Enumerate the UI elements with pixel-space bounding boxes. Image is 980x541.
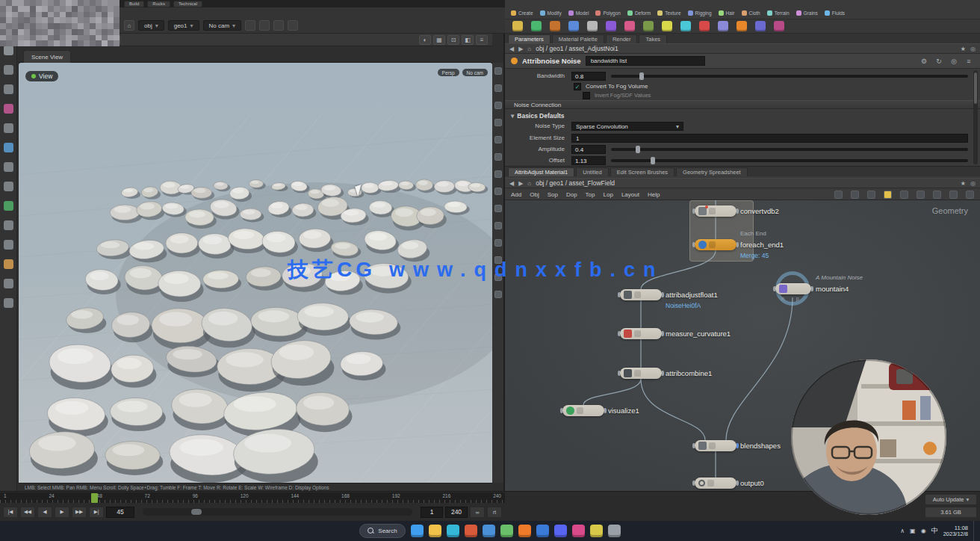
sculpt-rail-icon[interactable] <box>4 123 13 133</box>
fluids-rail-icon[interactable] <box>4 201 13 211</box>
breadcrumb[interactable]: obj / geo1 / asset_FlowField <box>536 179 956 187</box>
network-icon[interactable]: ▣ <box>910 528 916 534</box>
node-mountain4[interactable]: A Mountain Noise mountain4 n p <box>775 283 811 294</box>
pane-tab[interactable]: Material Palette <box>552 34 604 43</box>
playbar-handle[interactable] <box>191 509 202 515</box>
playhead[interactable] <box>91 493 98 503</box>
taskbar-photos-icon[interactable] <box>500 525 513 537</box>
find-node-icon[interactable] <box>949 191 958 199</box>
show-desktop-button[interactable] <box>973 521 976 541</box>
shelf-tab[interactable]: Rigging <box>688 10 712 16</box>
node-convertvdb2[interactable]: convertvdb2 <box>695 205 736 217</box>
param-value-field[interactable]: 0.8 <box>571 72 606 81</box>
back-icon[interactable] <box>509 180 514 187</box>
home-icon[interactable] <box>124 20 134 31</box>
noise-type-dropdown[interactable]: Sparse Convolution <box>571 122 683 131</box>
recook-icon[interactable] <box>934 58 944 65</box>
box-tool-icon[interactable] <box>512 21 523 31</box>
ipr-icon[interactable] <box>273 20 284 31</box>
network-menu-item[interactable]: Help <box>648 191 660 198</box>
netbox-icon[interactable] <box>867 191 875 199</box>
pane-tab[interactable]: Takes <box>639 34 667 43</box>
node-name-field[interactable]: bandwidth list <box>586 56 705 66</box>
taskbar-media-icon[interactable] <box>572 525 585 537</box>
shelf-tab[interactable]: Model <box>568 10 589 16</box>
taskbar-code-icon[interactable] <box>536 525 549 537</box>
taskbar-explorer-icon[interactable] <box>429 525 441 537</box>
taskbar-chat-icon[interactable] <box>554 525 567 537</box>
ime-indicator[interactable]: 中 <box>931 526 938 536</box>
terrain-rail-icon[interactable] <box>4 143 13 152</box>
taskbar-notes-icon[interactable] <box>590 525 603 537</box>
network-settings-icon[interactable] <box>966 191 974 199</box>
wireframe-mode-icon[interactable] <box>494 170 502 178</box>
node-attribadjustfloat1[interactable]: attribadjustfloat1 NoiseHei0fA <box>620 289 662 300</box>
current-frame-field[interactable]: 45 <box>106 507 134 518</box>
realtime-toggle-icon[interactable]: rt <box>487 507 502 518</box>
render-icon[interactable] <box>259 20 270 31</box>
gear-icon[interactable] <box>919 58 929 65</box>
persp-badge[interactable]: Persp <box>438 69 459 76</box>
taskbar-clock[interactable]: 11:08 2023/12/8 <box>943 525 968 537</box>
grid-toggle-icon[interactable]: ▦ <box>433 35 445 45</box>
crowds-rail-icon[interactable] <box>4 259 13 269</box>
pyro-rail-icon[interactable] <box>4 220 13 230</box>
flipbook-icon[interactable] <box>288 20 298 31</box>
scatter-tool-icon[interactable] <box>680 21 691 31</box>
shelf-tab[interactable]: Fluids <box>825 10 845 16</box>
pane-tab[interactable]: Render <box>606 34 638 43</box>
context-chip-geo[interactable]: geo1 <box>168 20 199 31</box>
network-overview-icon[interactable] <box>834 191 843 199</box>
taskbar-edge-icon[interactable] <box>447 525 459 537</box>
node-output0[interactable]: output0 <box>695 477 736 489</box>
param-value-field[interactable]: 1 <box>571 134 968 143</box>
checkbox-unchecked[interactable] <box>583 92 590 99</box>
boolean-tool-icon[interactable] <box>718 21 728 31</box>
vdb-tool-icon[interactable] <box>736 21 747 31</box>
camera-badge[interactable]: No cam <box>462 69 488 76</box>
draw-tool-icon[interactable] <box>624 21 635 31</box>
favorite-icon[interactable] <box>961 180 966 187</box>
shaded-mode-icon[interactable] <box>494 153 502 161</box>
shelf-tab[interactable]: Create <box>511 10 533 16</box>
network-menu-item[interactable]: Top <box>586 191 595 198</box>
smooth-shade-icon[interactable] <box>494 188 502 195</box>
hair-rail-icon[interactable] <box>4 182 13 191</box>
network-menu-item[interactable]: Lop <box>604 191 613 198</box>
taskbar-settings-icon[interactable] <box>608 525 621 537</box>
breadcrumb[interactable]: obj / geo1 / asset_AdjustNoi1 <box>536 45 956 52</box>
pane-tab[interactable]: Geometry Spreadsheet <box>676 167 748 176</box>
render-tool-icon[interactable] <box>774 21 784 31</box>
taskbar-houdini-icon[interactable] <box>518 525 531 537</box>
geometry-rail-icon[interactable] <box>4 65 13 75</box>
tab-scene-view[interactable]: Scene View <box>23 50 71 63</box>
menu-icon[interactable] <box>964 58 974 65</box>
grid-tool-icon[interactable] <box>568 21 579 31</box>
taskbar-mail-icon[interactable] <box>483 525 495 537</box>
network-menu-item[interactable]: Dop <box>566 191 577 198</box>
shadows-icon[interactable] <box>494 222 502 229</box>
persp-view-icon[interactable] <box>494 67 502 75</box>
cameras-rail-icon[interactable] <box>4 298 13 308</box>
param-value-field[interactable]: 1.13 <box>571 156 606 165</box>
copy-tool-icon[interactable] <box>699 21 710 31</box>
rbd-rail-icon[interactable] <box>4 240 13 250</box>
pane-tab[interactable]: Parameters <box>508 34 551 43</box>
node-foreach-end1[interactable]: Each End foreach_end1 Merge: 45 <box>695 239 736 250</box>
favorite-icon[interactable] <box>961 46 966 52</box>
desktop-tab[interactable]: Rocks <box>147 1 170 7</box>
taskbar-search[interactable]: Search <box>359 524 405 538</box>
forward-icon[interactable] <box>518 180 523 187</box>
pin-icon[interactable] <box>970 180 976 187</box>
display-options-icon[interactable]: ≡ <box>476 35 488 45</box>
param-group-header[interactable]: Basics Defaults <box>505 111 980 120</box>
next-keyframe-button[interactable] <box>72 507 87 518</box>
camera-selector[interactable]: No cam <box>203 20 242 31</box>
network-grid-icon[interactable] <box>851 191 859 199</box>
viewport-label[interactable]: View <box>25 71 58 81</box>
background-icon[interactable] <box>494 239 502 247</box>
home-icon[interactable] <box>527 46 531 52</box>
cloth-rail-icon[interactable] <box>4 162 13 172</box>
network-menu-item[interactable]: Layout <box>621 191 639 198</box>
pane-tab[interactable]: Untitled <box>576 167 608 176</box>
